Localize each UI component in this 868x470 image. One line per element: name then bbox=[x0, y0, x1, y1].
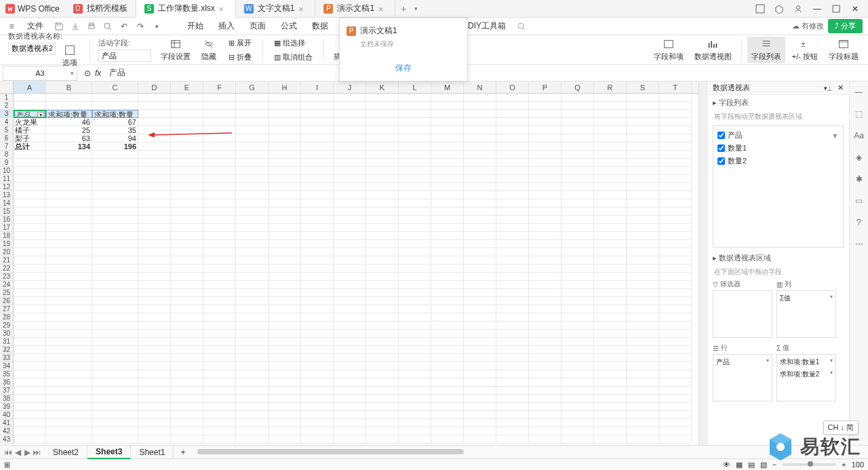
cell[interactable] bbox=[301, 281, 334, 289]
cell[interactable] bbox=[46, 362, 92, 370]
row-header[interactable]: 43 bbox=[0, 435, 14, 444]
cell[interactable] bbox=[301, 411, 334, 419]
cell[interactable] bbox=[203, 305, 236, 313]
cell[interactable] bbox=[496, 208, 529, 216]
cell[interactable] bbox=[561, 256, 594, 265]
cell[interactable] bbox=[14, 151, 46, 159]
cell[interactable] bbox=[399, 240, 431, 248]
cell[interactable] bbox=[561, 346, 594, 354]
cell[interactable] bbox=[594, 208, 627, 216]
cell[interactable] bbox=[236, 313, 269, 321]
cell[interactable] bbox=[627, 362, 659, 370]
cell[interactable] bbox=[171, 289, 203, 297]
cell[interactable] bbox=[14, 102, 46, 110]
cell[interactable] bbox=[171, 232, 203, 240]
cell[interactable] bbox=[464, 427, 496, 435]
style-icon[interactable]: Aa bbox=[852, 129, 866, 142]
cell[interactable] bbox=[269, 159, 301, 167]
cell[interactable] bbox=[92, 330, 138, 338]
cell[interactable] bbox=[529, 126, 561, 134]
cell[interactable] bbox=[301, 305, 334, 313]
cell[interactable] bbox=[236, 435, 269, 444]
filter-icon[interactable]: ▼ bbox=[831, 132, 839, 140]
bookmark-icon[interactable]: ▭ bbox=[852, 194, 866, 208]
cell[interactable] bbox=[301, 102, 334, 110]
status-mode-icon[interactable]: ⊞ bbox=[4, 461, 10, 469]
cell[interactable] bbox=[464, 411, 496, 419]
cell[interactable] bbox=[496, 183, 529, 191]
cell[interactable] bbox=[301, 346, 334, 354]
cell[interactable] bbox=[236, 126, 269, 134]
cell[interactable] bbox=[171, 370, 203, 378]
cell[interactable] bbox=[496, 224, 529, 232]
cell[interactable] bbox=[269, 248, 301, 256]
cell[interactable] bbox=[496, 411, 529, 419]
cell[interactable] bbox=[366, 321, 399, 330]
cell[interactable] bbox=[171, 346, 203, 354]
col-header[interactable]: D bbox=[138, 81, 171, 93]
cell[interactable] bbox=[138, 199, 171, 208]
cell[interactable] bbox=[14, 289, 46, 297]
cell[interactable] bbox=[334, 191, 366, 199]
cell[interactable] bbox=[464, 256, 496, 265]
cell[interactable] bbox=[529, 338, 561, 346]
cell[interactable] bbox=[46, 232, 92, 240]
cell[interactable] bbox=[627, 118, 659, 126]
cell[interactable] bbox=[659, 273, 692, 281]
fields-items-button[interactable]: 字段和项 bbox=[650, 37, 688, 63]
cell[interactable] bbox=[496, 419, 529, 427]
row-header[interactable]: 5 bbox=[0, 126, 14, 134]
cell[interactable] bbox=[464, 346, 496, 354]
cell[interactable] bbox=[431, 240, 464, 248]
cell[interactable] bbox=[659, 134, 692, 142]
cell[interactable] bbox=[171, 419, 203, 427]
cell[interactable] bbox=[366, 134, 399, 142]
cell[interactable] bbox=[561, 330, 594, 338]
tab-templates[interactable]: D 找稻壳模板 bbox=[65, 0, 136, 18]
cell[interactable] bbox=[46, 411, 92, 419]
cell[interactable] bbox=[203, 419, 236, 427]
filter-dropdown-icon[interactable]: ▾ bbox=[37, 112, 44, 118]
cell[interactable] bbox=[138, 289, 171, 297]
cell[interactable] bbox=[659, 216, 692, 224]
collapse-button[interactable]: ⊟ 折叠 bbox=[226, 52, 254, 63]
cell[interactable] bbox=[236, 395, 269, 403]
cell[interactable] bbox=[464, 313, 496, 321]
cell[interactable] bbox=[366, 151, 399, 159]
cell[interactable] bbox=[138, 362, 171, 370]
cell[interactable] bbox=[46, 321, 92, 330]
cell[interactable] bbox=[138, 273, 171, 281]
cell[interactable] bbox=[659, 102, 692, 110]
cell[interactable] bbox=[171, 273, 203, 281]
hide-button[interactable]: 隐藏 bbox=[197, 37, 220, 63]
cell[interactable] bbox=[496, 378, 529, 387]
cell[interactable] bbox=[627, 248, 659, 256]
cell[interactable] bbox=[659, 232, 692, 240]
formula-input[interactable]: 产品 bbox=[105, 67, 868, 79]
cell[interactable] bbox=[138, 403, 171, 411]
cell[interactable] bbox=[46, 281, 92, 289]
col-header[interactable]: B bbox=[46, 81, 92, 93]
cell[interactable] bbox=[431, 411, 464, 419]
cell[interactable] bbox=[399, 419, 431, 427]
cell[interactable] bbox=[269, 419, 301, 427]
cell[interactable] bbox=[431, 118, 464, 126]
cell[interactable] bbox=[14, 330, 46, 338]
cell[interactable] bbox=[366, 362, 399, 370]
cell[interactable] bbox=[496, 102, 529, 110]
cell[interactable] bbox=[594, 142, 627, 151]
cell[interactable] bbox=[464, 142, 496, 151]
cell[interactable] bbox=[561, 273, 594, 281]
cell[interactable] bbox=[496, 265, 529, 273]
cell[interactable] bbox=[334, 321, 366, 330]
cell[interactable] bbox=[334, 395, 366, 403]
pin-icon[interactable]: ⟂ bbox=[827, 84, 832, 92]
goto-icon[interactable]: ⊙ bbox=[84, 68, 91, 78]
sheet-tab[interactable]: Sheet1 bbox=[131, 446, 174, 458]
cell[interactable] bbox=[529, 427, 561, 435]
row-header[interactable]: 39 bbox=[0, 403, 14, 411]
cell[interactable] bbox=[464, 387, 496, 395]
cell[interactable] bbox=[464, 378, 496, 387]
cell[interactable] bbox=[46, 305, 92, 313]
cell[interactable] bbox=[561, 338, 594, 346]
